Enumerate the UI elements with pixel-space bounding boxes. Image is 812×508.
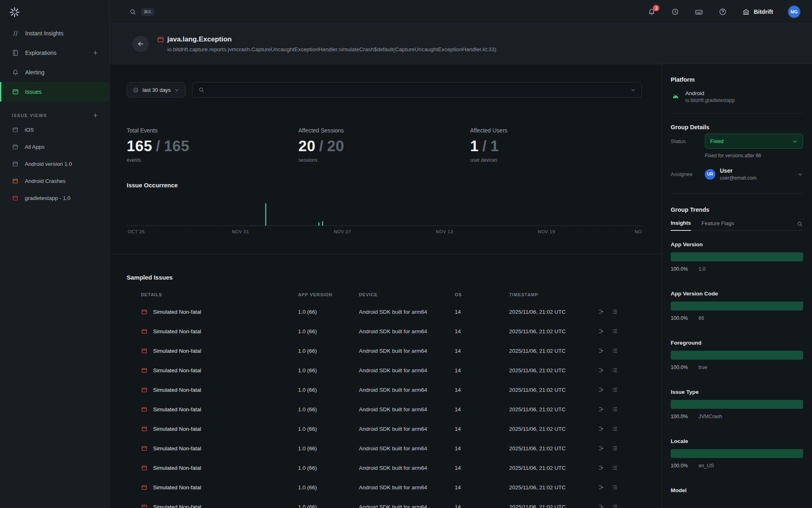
open-details-icon[interactable] bbox=[611, 367, 618, 373]
open-details-icon[interactable] bbox=[611, 426, 618, 432]
stat-affected-users: Affected Users 1/1 user devices bbox=[470, 127, 642, 163]
open-details-icon[interactable] bbox=[611, 308, 618, 315]
row-details-text: Simulated Non-fatal bbox=[153, 328, 201, 334]
sidebar-item-all-apps[interactable]: All Apps bbox=[0, 138, 109, 155]
table-row[interactable]: Simulated Non-fatal 1.0 (66) Android SDK… bbox=[141, 360, 642, 380]
instant-insights-icon bbox=[12, 30, 19, 37]
row-details-text: Simulated Non-fatal bbox=[153, 465, 201, 471]
crash-icon bbox=[141, 308, 148, 315]
open-timeline-icon[interactable] bbox=[598, 465, 605, 471]
x-tick: NOV 07 bbox=[334, 229, 351, 234]
sidebar-item-android-version[interactable]: Android version 1.0 bbox=[0, 155, 109, 172]
open-details-icon[interactable] bbox=[611, 386, 618, 393]
row-details: Simulated Non-fatal bbox=[141, 504, 298, 508]
insight-label: Model bbox=[671, 487, 803, 493]
user-avatar[interactable]: MG bbox=[788, 6, 800, 17]
table-row[interactable]: Simulated Non-fatal 1.0 (66) Android SDK… bbox=[141, 302, 642, 321]
status-select[interactable]: Fixed bbox=[705, 134, 803, 149]
insight-bar[interactable] bbox=[671, 302, 803, 310]
insight-bar[interactable] bbox=[671, 449, 803, 458]
open-timeline-icon[interactable] bbox=[598, 445, 605, 452]
sidebar-item-issues[interactable]: Issues bbox=[0, 82, 109, 102]
sidebar-item-instant-insights[interactable]: Instant Insights bbox=[0, 24, 109, 43]
table-row[interactable]: Simulated Non-fatal 1.0 (66) Android SDK… bbox=[141, 419, 642, 439]
open-details-icon[interactable] bbox=[611, 347, 618, 354]
insight-bar[interactable] bbox=[671, 351, 803, 360]
open-details-icon[interactable] bbox=[611, 445, 618, 452]
table-row[interactable]: Simulated Non-fatal 1.0 (66) Android SDK… bbox=[141, 439, 642, 458]
sidebar-item-alerting[interactable]: Alerting bbox=[0, 63, 109, 82]
row-timestamp: 2025/11/06, 21:02 UTC bbox=[509, 309, 597, 315]
assignee-select[interactable]: UR User user@email.com bbox=[705, 167, 803, 181]
open-details-icon[interactable] bbox=[611, 465, 618, 471]
open-timeline-icon[interactable] bbox=[598, 484, 605, 491]
keyboard-shortcuts-button[interactable] bbox=[695, 8, 703, 16]
notifications-button[interactable]: 3 bbox=[648, 8, 656, 16]
stat-label: Total Events bbox=[127, 127, 298, 134]
open-timeline-icon[interactable] bbox=[598, 504, 605, 508]
back-button[interactable] bbox=[132, 36, 149, 52]
row-details: Simulated Non-fatal bbox=[141, 308, 298, 315]
tab-insights[interactable]: Insights bbox=[671, 220, 691, 231]
table-row[interactable]: Simulated Non-fatal 1.0 (66) Android SDK… bbox=[141, 380, 642, 399]
chevron-down-icon[interactable] bbox=[631, 87, 636, 93]
recent-history-button[interactable] bbox=[671, 8, 679, 16]
sidebar-item-gradletestapp[interactable]: gradletestapp - 1.0 bbox=[0, 189, 109, 206]
chart-bar bbox=[322, 221, 323, 226]
row-os: 14 bbox=[455, 504, 509, 508]
open-timeline-icon[interactable] bbox=[598, 328, 605, 334]
row-details: Simulated Non-fatal bbox=[141, 426, 298, 432]
sidebar-item-ios[interactable]: iOS bbox=[0, 121, 109, 138]
details-panel: Platform Android io.bitdrift.gradletesta… bbox=[661, 64, 812, 508]
row-timestamp: 2025/11/06, 21:02 UTC bbox=[509, 406, 597, 412]
open-timeline-icon[interactable] bbox=[598, 347, 605, 354]
row-app-version: 1.0 (66) bbox=[298, 465, 359, 471]
crash-icon bbox=[141, 445, 148, 452]
table-row[interactable]: Simulated Non-fatal 1.0 (66) Android SDK… bbox=[141, 497, 642, 508]
insight-value: true bbox=[698, 365, 707, 370]
row-details-text: Simulated Non-fatal bbox=[153, 426, 201, 432]
table-row[interactable]: Simulated Non-fatal 1.0 (66) Android SDK… bbox=[141, 399, 642, 419]
insight-app-version-code: App Version Code 100.0% 66 bbox=[671, 291, 803, 321]
insight-issue-type: Issue Type 100.0% JVMCrash bbox=[671, 389, 803, 419]
help-button[interactable] bbox=[719, 8, 727, 16]
topbar: ⌘K 3 B bbox=[110, 0, 812, 24]
open-timeline-icon[interactable] bbox=[598, 386, 605, 393]
table-row[interactable]: Simulated Non-fatal 1.0 (66) Android SDK… bbox=[141, 321, 642, 341]
crash-icon bbox=[141, 347, 148, 354]
insight-bar[interactable] bbox=[671, 252, 803, 261]
open-details-icon[interactable] bbox=[611, 504, 618, 508]
sidebar-item-android-crashes[interactable]: Android Crashes bbox=[0, 172, 109, 189]
search-icon[interactable] bbox=[797, 221, 803, 230]
org-switcher[interactable]: Bitdrift bbox=[742, 8, 773, 16]
global-search[interactable]: ⌘K bbox=[129, 8, 154, 16]
tab-feature-flags[interactable]: Feature Flags bbox=[702, 220, 734, 230]
table-row[interactable]: Simulated Non-fatal 1.0 (66) Android SDK… bbox=[141, 458, 642, 478]
issue-filter-input[interactable] bbox=[209, 87, 626, 93]
add-issue-view-button[interactable] bbox=[92, 112, 99, 119]
row-actions bbox=[597, 445, 642, 452]
issue-main: last 30 days bbox=[110, 64, 661, 508]
open-timeline-icon[interactable] bbox=[598, 406, 605, 412]
bitdrift-logo-icon[interactable] bbox=[9, 7, 20, 18]
insight-bar[interactable] bbox=[671, 400, 803, 409]
row-device: Android SDK built for arm64 bbox=[359, 445, 455, 452]
add-exploration-button[interactable] bbox=[92, 50, 99, 56]
row-details: Simulated Non-fatal bbox=[141, 465, 298, 471]
issue-header: java.lang.Exception io.bitdrift.capture.… bbox=[110, 24, 812, 64]
table-row[interactable]: Simulated Non-fatal 1.0 (66) Android SDK… bbox=[141, 341, 642, 360]
group-details-block: Group Details Status Fixed Fixed for ver… bbox=[671, 113, 803, 193]
sidebar-item-explorations[interactable]: Explorations bbox=[0, 43, 109, 63]
row-device: Android SDK built for arm64 bbox=[359, 348, 455, 354]
row-device: Android SDK built for arm64 bbox=[359, 309, 455, 315]
time-range-button[interactable]: last 30 days bbox=[127, 82, 186, 98]
row-app-version: 1.0 (66) bbox=[298, 445, 359, 452]
table-row[interactable]: Simulated Non-fatal 1.0 (66) Android SDK… bbox=[141, 478, 642, 497]
open-timeline-icon[interactable] bbox=[598, 426, 605, 432]
open-timeline-icon[interactable] bbox=[598, 367, 605, 373]
open-details-icon[interactable] bbox=[611, 328, 618, 334]
column-header: TIMESTAMP bbox=[509, 292, 597, 297]
open-timeline-icon[interactable] bbox=[598, 308, 605, 315]
open-details-icon[interactable] bbox=[611, 406, 618, 412]
open-details-icon[interactable] bbox=[611, 484, 618, 491]
